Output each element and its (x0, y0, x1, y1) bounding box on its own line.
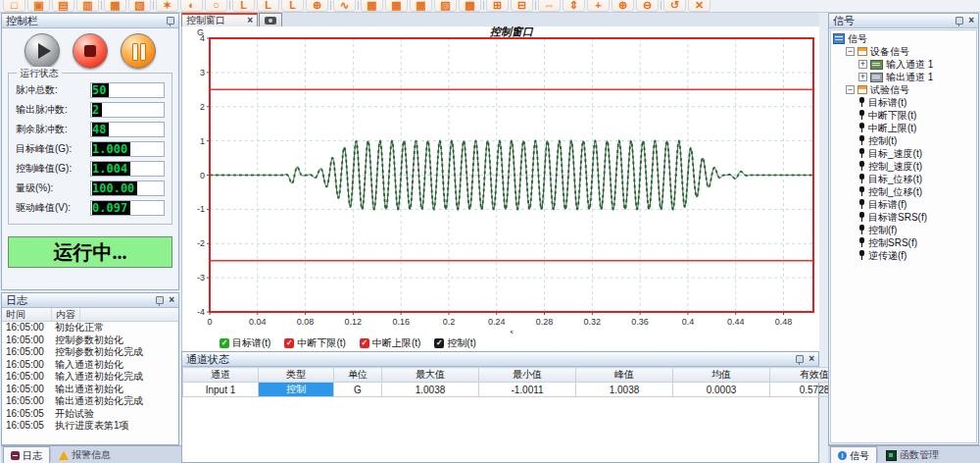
toolbar-zoom-in-icon[interactable]: ⊕ (612, 0, 634, 12)
toolbar-level-1-icon[interactable]: L (232, 0, 255, 12)
toolbar-print-icon[interactable]: ▦ (104, 0, 126, 12)
pin-icon[interactable] (796, 355, 804, 363)
pin-icon[interactable] (156, 296, 164, 304)
left-tab-alarm[interactable]: 报警信息 (51, 446, 119, 463)
tree-item-control-t[interactable]: 控制(t) (833, 134, 976, 147)
snapshot-tab[interactable] (259, 13, 282, 26)
log-row[interactable]: 16:05:00输出通道初始化 (2, 384, 178, 396)
pin-icon[interactable] (956, 17, 963, 25)
expand-icon[interactable]: + (858, 60, 867, 69)
toolbar-open-icon[interactable]: ▣ (27, 0, 50, 12)
tree-item-device-signals[interactable]: −设备信号 (833, 45, 976, 58)
toolbar-level-2-icon[interactable]: L (257, 0, 279, 12)
tree-item-signal-root[interactable]: 信号 (833, 32, 976, 45)
tree-item-control-f[interactable]: 控制(f) (833, 224, 976, 236)
expand-icon[interactable]: + (858, 73, 867, 81)
legend-abort-lower[interactable]: ✓中断下限(t) (284, 336, 345, 350)
run-status-group-title: 运行状态 (17, 67, 62, 80)
toolbar-fit-horizontal-icon[interactable]: ⇔ (538, 0, 561, 12)
legend-checkbox-icon[interactable]: ✓ (434, 338, 444, 348)
signal-titlebar: 信号 (829, 14, 978, 28)
pin-icon[interactable] (167, 17, 174, 25)
legend-checkbox-icon[interactable]: ✓ (284, 338, 294, 348)
toolbar-layout-quad-icon[interactable]: ▦ (410, 0, 432, 12)
log-row[interactable]: 16:05:00输入通道初始化完成 (2, 371, 178, 384)
tree-item-target-velocity-t[interactable]: 目标_速度(t) (833, 147, 976, 160)
toolbar-favorite-icon[interactable]: ✶ (156, 0, 178, 12)
toolbar-zoom-out-icon[interactable]: ⊖ (636, 0, 659, 12)
tree-item-output-channel-1[interactable]: +输出通道 1 (833, 71, 976, 83)
toolbar-layout-dual-icon[interactable]: ▦ (385, 0, 408, 12)
log-row[interactable]: 16:05:05开始试验 (2, 408, 178, 421)
channel-col-header[interactable]: 最小值 (479, 368, 576, 383)
log-row[interactable]: 16:05:05执行进度表第1项 (2, 420, 178, 433)
close-icon[interactable] (808, 354, 814, 364)
close-icon[interactable] (169, 295, 174, 305)
log-row[interactable]: 16:05:00控制参数初始化完成 (2, 346, 178, 359)
close-icon[interactable] (247, 16, 253, 26)
toolbar-fit-vertical-icon[interactable]: ⇕ (563, 0, 585, 12)
channel-row[interactable]: Input 1控制G1.0038-1.00111.00380.00030.572… (183, 383, 859, 397)
toolbar-cursor-unlink-icon[interactable]: ⊟ (511, 0, 533, 12)
legend-control[interactable]: ✓控制(t) (434, 336, 475, 350)
toolbar-save-icon[interactable]: ▤ (52, 0, 74, 12)
signal-icon (858, 148, 865, 159)
toolbar-level-3-icon[interactable]: L (281, 0, 304, 12)
channel-col-header[interactable]: 最大值 (382, 368, 479, 383)
toolbar-undo-icon[interactable]: ↺ (663, 0, 686, 12)
tree-item-input-channel-1[interactable]: +输入通道 1 (833, 58, 976, 71)
status-field-value: 2 (92, 103, 102, 117)
toolbar-cursor-link-icon[interactable]: ⊞ (486, 0, 509, 12)
tree-item-control-velocity-t[interactable]: 控制_速度(t) (833, 160, 976, 173)
channel-col-header[interactable]: 通道 (183, 368, 259, 383)
channel-col-header[interactable]: 单位 (334, 368, 382, 383)
channel-col-header[interactable]: 峰值 (576, 368, 673, 383)
tree-item-target-spectrum-srs-f[interactable]: 目标谱SRS(f) (833, 211, 976, 224)
start-button[interactable] (24, 33, 60, 69)
legend-target[interactable]: ✓目标谱(t) (220, 336, 270, 350)
tab-control-window[interactable]: 控制窗口 (181, 13, 258, 26)
tree-item-abort-lower-t[interactable]: 中断下限(t) (833, 109, 976, 122)
log-row[interactable]: 16:05:00控制参数初始化 (2, 334, 178, 347)
toolbar-chart-area-icon[interactable]: ▩ (459, 0, 481, 12)
toolbar-chart-line-icon[interactable]: ▨ (434, 0, 457, 12)
log-row[interactable]: 16:05:00输入通道初始化 (2, 359, 178, 372)
tree-item-target-spectrum-t[interactable]: 目标谱(t) (833, 96, 976, 109)
tree-item-control-srs-f[interactable]: 控制SRS(f) (833, 236, 976, 249)
right-tab-signal[interactable]: i信号 (830, 446, 877, 463)
tree-item-target-displacement-t[interactable]: 目标_位移(t) (833, 173, 976, 185)
tree-item-test-signals[interactable]: −试验信号 (833, 83, 976, 96)
collapse-icon[interactable]: − (846, 47, 855, 56)
pause-button[interactable] (121, 33, 156, 69)
close-icon[interactable] (968, 16, 974, 26)
legend-checkbox-icon[interactable]: ✓ (220, 338, 229, 348)
signal-icon (858, 123, 865, 133)
legend-checkbox-icon[interactable]: ✓ (360, 338, 369, 348)
collapse-icon[interactable]: − (846, 85, 855, 94)
tree-item-target-spectrum-f[interactable]: 目标谱(f) (833, 198, 976, 211)
channel-col-header[interactable]: 类型 (259, 368, 334, 383)
stop-button[interactable] (73, 33, 108, 69)
toolbar-transducer-icon[interactable]: ⊕ (306, 0, 328, 12)
log-row[interactable]: 16:05:00输出通道初始化完成 (2, 395, 178, 408)
tree-item-abort-upper-t[interactable]: 中断上限(t) (833, 122, 976, 134)
channel-col-header[interactable]: 均值 (673, 368, 770, 383)
toolbar-schedule-icon[interactable]: ○ (205, 0, 227, 12)
chart-plot[interactable]: 00.040.080.120.160.20.240.280.320.360.40… (182, 26, 820, 334)
toolbar-save-all-icon[interactable]: ▥ (76, 0, 99, 12)
in-icon (870, 60, 883, 70)
legend-abort-upper[interactable]: ✓中断上限(t) (360, 336, 420, 350)
tree-item-control-displacement-t[interactable]: 控制_位移(t) (833, 185, 976, 198)
toolbar-pie-icon[interactable]: ◐ (180, 0, 203, 12)
toolbar-layout-single-icon[interactable]: ▦ (361, 0, 383, 12)
toolbar-new-icon[interactable]: □ (3, 0, 25, 12)
tree-item-inverse-transfer-f[interactable]: 逆传递(f) (833, 249, 976, 262)
left-tab-log[interactable]: 日志 (3, 446, 50, 463)
toolbar-page-setup-icon[interactable]: ▧ (128, 0, 151, 12)
log-content: 控制参数初始化完成 (51, 346, 147, 359)
toolbar-close-icon[interactable]: ✕ (688, 0, 710, 12)
toolbar-waveform-icon[interactable]: ∿ (333, 0, 356, 12)
right-tab-function-manager[interactable]: 函数管理 (878, 446, 947, 463)
toolbar-pan-icon[interactable]: + (587, 0, 610, 12)
log-row[interactable]: 16:05:00初始化正常 (2, 322, 178, 334)
